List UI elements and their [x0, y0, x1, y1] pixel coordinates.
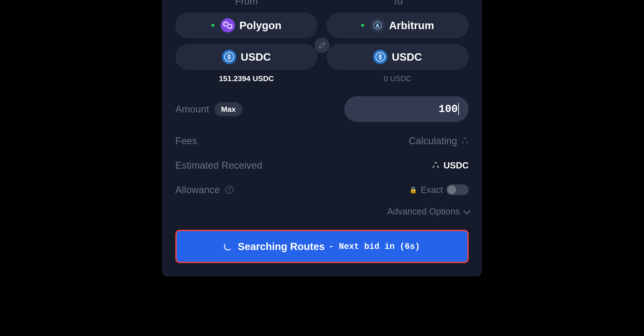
to-chain-label: Arbitrum: [389, 19, 434, 32]
fees-label: Fees: [175, 135, 197, 146]
to-header: To: [392, 0, 403, 7]
to-token-selector[interactable]: USDC: [326, 44, 469, 70]
text-cursor-icon: [458, 103, 459, 115]
spinner-icon: [224, 242, 232, 250]
usdc-icon: [222, 50, 236, 64]
from-header: From: [235, 0, 258, 7]
button-main-text: Searching Routes: [238, 240, 325, 252]
to-chain-selector[interactable]: Arbitrum: [326, 12, 469, 38]
from-token-selector[interactable]: USDC: [175, 44, 318, 70]
lock-icon: 🔒: [409, 186, 417, 194]
amount-input[interactable]: 100: [344, 96, 469, 122]
to-balance: 0 USDC: [384, 74, 412, 83]
button-sub-text: - Next bid in (6s): [329, 242, 420, 251]
advanced-options-label: Advanced Options: [387, 206, 460, 216]
search-routes-button[interactable]: Searching Routes - Next bid in (6s): [175, 230, 469, 263]
from-chain-selector[interactable]: Polygon: [175, 12, 318, 38]
status-dot-icon: [211, 24, 214, 27]
allowance-label: Allowance: [175, 184, 220, 195]
loading-icon: [461, 137, 469, 145]
allowance-toggle[interactable]: [446, 184, 469, 195]
advanced-options-toggle[interactable]: Advanced Options: [387, 206, 469, 216]
from-column: From Polygon USDC 151.2394 USDC: [175, 0, 318, 83]
amount-value: 100: [439, 103, 458, 115]
from-token-label: USDC: [241, 51, 271, 63]
from-balance: 151.2394 USDC: [219, 74, 274, 83]
loading-icon: [432, 162, 440, 169]
swap-direction-button[interactable]: [314, 38, 330, 53]
chevron-down-icon: [463, 207, 471, 214]
from-chain-label: Polygon: [239, 19, 281, 32]
polygon-icon: [221, 18, 235, 32]
status-dot-icon: [361, 24, 364, 27]
to-token-label: USDC: [392, 51, 422, 63]
max-button[interactable]: Max: [214, 102, 242, 116]
bridge-panel: From Polygon USDC 151.2394 USDC To: [162, 0, 482, 276]
toggle-knob-icon: [447, 185, 456, 194]
estimated-suffix: USDC: [444, 160, 469, 170]
estimated-label: Estimated Received: [175, 160, 262, 171]
amount-label: Amount: [175, 104, 209, 115]
help-icon[interactable]: ?: [225, 186, 233, 194]
arbitrum-icon: [370, 18, 385, 32]
allowance-exact-label: Exact: [421, 185, 443, 195]
to-column: To Arbitrum USDC 0 USDC: [326, 0, 469, 83]
fees-value: Calculating: [409, 135, 457, 146]
usdc-icon: [373, 50, 387, 64]
